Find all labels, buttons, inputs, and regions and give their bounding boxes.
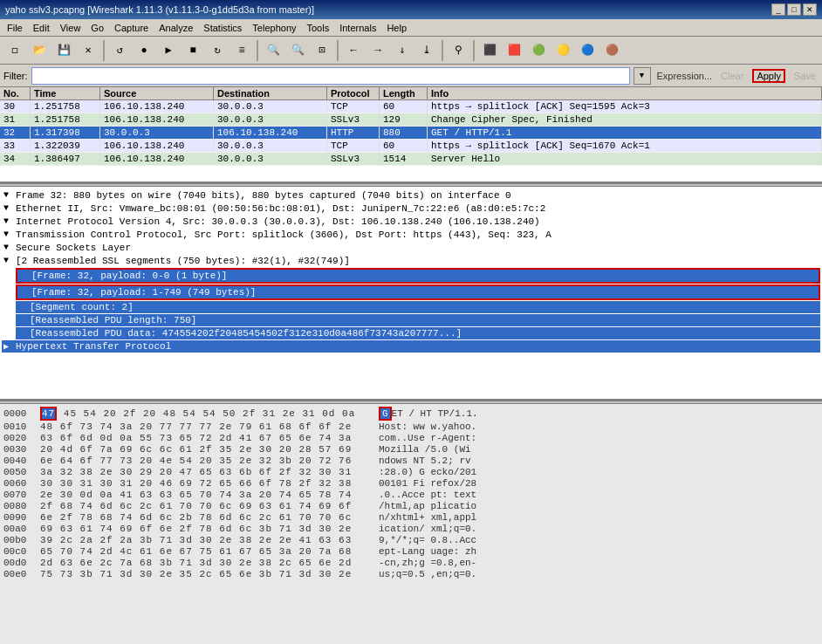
packet-cell: GET / HTTP/1.1 [428, 127, 822, 139]
expander-icon[interactable]: ▶ [3, 341, 14, 352]
main-container: No. Time Source Destination Protocol Len… [0, 87, 822, 644]
hex-ascii: .0..Acce pt: text [379, 490, 819, 500]
clr1-toolbar-btn[interactable]: ⬛ [478, 39, 501, 62]
clear-button[interactable]: Clear [718, 71, 746, 81]
detail-child-item[interactable]: [Frame: 32, payload: 0-0 (1 byte)] [16, 268, 820, 284]
filter-bar: Filter: ▼ Expression... Clear Apply Save [0, 65, 822, 87]
col-header-length: Length [380, 87, 428, 99]
hex-row[interactable]: 00503a 32 38 2e 30 29 20 47 65 63 6b 6f … [3, 467, 819, 477]
detail-section[interactable]: ▶Hypertext Transfer Protocol [2, 340, 820, 353]
open-toolbar-btn[interactable]: 📂 [28, 39, 51, 62]
cap-opts-toolbar-btn[interactable]: ● [133, 39, 155, 62]
menu-item-telephony[interactable]: Telephony [247, 21, 301, 35]
hex-row[interactable]: 00d02d 63 6e 2c 7a 68 3b 71 3d 30 2e 38 … [3, 558, 819, 568]
start-cap-toolbar-btn[interactable]: ▶ [157, 39, 180, 62]
filter-input[interactable] [31, 67, 630, 85]
filter-dropdown-button[interactable]: ▼ [634, 67, 651, 85]
minimize-button[interactable]: _ [771, 3, 785, 16]
clr6-toolbar-btn[interactable]: 🟤 [600, 39, 623, 62]
hex-offset: 0080 [3, 501, 37, 511]
hex-row[interactable]: 001048 6f 73 74 3a 20 77 77 77 2e 79 61 … [3, 421, 819, 432]
maximize-button[interactable]: □ [787, 3, 801, 16]
menu-item-tools[interactable]: Tools [302, 21, 335, 35]
menu-item-go[interactable]: Go [86, 21, 109, 35]
apply-button[interactable]: Apply [750, 71, 788, 81]
detail-child-item[interactable]: [Reassembled PDU length: 750] [16, 314, 820, 326]
stop-cap-toolbar-btn[interactable]: ■ [182, 39, 204, 62]
clr5-toolbar-btn[interactable]: 🔵 [576, 39, 599, 62]
expander-icon[interactable]: ▼ [3, 230, 14, 239]
back-toolbar-btn[interactable]: ← [342, 39, 365, 62]
menu-item-internals[interactable]: Internals [334, 21, 381, 35]
hex-row[interactable]: 003020 4d 6f 7a 69 6c 6c 61 2f 35 2e 30 … [3, 444, 819, 455]
hex-bytes: 2f 68 74 6d 6c 2c 61 70 70 6c 69 63 61 7… [40, 501, 372, 511]
hex-row[interactable]: 00702e 30 0d 0a 41 63 63 65 70 74 3a 20 … [3, 490, 819, 500]
menu-item-help[interactable]: Help [381, 21, 412, 35]
col-header-source: Source [100, 87, 214, 99]
packet-list[interactable]: No. Time Source Destination Protocol Len… [0, 87, 822, 183]
close-button[interactable]: ✕ [803, 3, 817, 16]
fwd-toolbar-btn[interactable]: → [366, 39, 389, 62]
menu-item-capture[interactable]: Capture [109, 21, 154, 35]
hex-row[interactable]: 00b039 2c 2a 2f 2a 3b 71 3d 30 2e 38 2e … [3, 535, 819, 545]
clr3-toolbar-btn[interactable]: 🟢 [527, 39, 550, 62]
menu-item-statistics[interactable]: Statistics [198, 21, 247, 35]
packet-detail[interactable]: ▼Frame 32: 880 bytes on wire (7040 bits)… [0, 187, 822, 401]
hex-row[interactable]: 00906e 2f 78 68 74 6d 6c 2b 78 6d 6c 2c … [3, 512, 819, 523]
scroll-toolbar-btn[interactable]: ⤓ [415, 39, 438, 62]
detail-section[interactable]: ▼[2 Reassembled SSL segments (750 bytes)… [2, 255, 820, 267]
expression-button[interactable]: Expression... [654, 71, 716, 81]
detail-section[interactable]: ▼Secure Sockets Layer [2, 242, 820, 254]
menu-item-edit[interactable]: Edit [28, 21, 55, 35]
detail-section[interactable]: ▼Internet Protocol Version 4, Src: 30.0.… [2, 216, 820, 228]
detail-child-item[interactable]: [Frame: 32, payload: 1-749 (749 bytes)] [16, 284, 820, 300]
hex-row[interactable]: 00406e 64 6f 77 73 20 4e 54 20 35 2e 32 … [3, 456, 819, 466]
detail-section[interactable]: ▼Transmission Control Protocol, Src Port… [2, 229, 820, 241]
hex-row[interactable]: 006030 30 31 30 31 20 46 69 72 65 66 6f … [3, 478, 819, 489]
expander-icon[interactable]: ▼ [3, 243, 14, 252]
packet-cell: 30.0.0.3 [100, 127, 214, 139]
packet-row[interactable]: 311.251758106.10.138.24030.0.0.3SSLv3129… [0, 113, 822, 127]
cap-filter-toolbar-btn[interactable]: ≡ [230, 39, 253, 62]
new-toolbar-btn[interactable]: ◻ [3, 39, 26, 62]
expander-icon[interactable]: ▼ [3, 216, 14, 226]
menu-item-analyze[interactable]: Analyze [154, 21, 198, 35]
packet-cell: 106.10.138.240 [100, 153, 214, 165]
reload-toolbar-btn[interactable]: ↺ [108, 39, 131, 62]
restart-cap-toolbar-btn[interactable]: ↻ [206, 39, 229, 62]
detail-child-item[interactable]: [Segment count: 2] [16, 301, 820, 313]
close-file-toolbar-btn[interactable]: ✕ [77, 39, 99, 62]
save-toolbar-btn[interactable]: 💾 [52, 39, 75, 62]
save-button[interactable]: Save [791, 71, 819, 81]
hex-row[interactable]: 00a069 63 61 74 69 6f 6e 2f 78 6d 6c 3b … [3, 524, 819, 534]
packet-row[interactable]: 321.31739830.0.0.3106.10.138.240HTTP880G… [0, 127, 822, 140]
hex-row[interactable]: 000047 45 54 20 2f 20 48 54 54 50 2f 31 … [3, 407, 819, 421]
menu-item-file[interactable]: File [2, 21, 28, 35]
packet-row[interactable]: 331.322039106.10.138.24030.0.0.3TCP60htt… [0, 140, 822, 153]
packet-cell: 33 [0, 140, 31, 152]
packet-row[interactable]: 301.251758106.10.138.24030.0.0.3TCP60htt… [0, 100, 822, 113]
menu-item-view[interactable]: View [55, 21, 86, 35]
zoom-out-toolbar-btn[interactable]: 🔍 [286, 39, 309, 62]
detail-section[interactable]: ▼Ethernet II, Src: Vmware_bc:08:01 (00:5… [2, 202, 820, 215]
clr4-toolbar-btn[interactable]: 🟡 [551, 39, 574, 62]
detail-child-item[interactable]: [Reassembled PDU data: 474554202f2048545… [16, 327, 820, 339]
expander-icon[interactable]: ▼ [3, 190, 14, 200]
fit-toolbar-btn[interactable]: ⊡ [311, 39, 333, 62]
zoom-in-toolbar-btn[interactable]: 🔍 [262, 39, 284, 62]
child-text: [Frame: 32, payload: 0-0 (1 byte)] [31, 271, 817, 281]
clr2-toolbar-btn[interactable]: 🟥 [503, 39, 525, 62]
detail-section[interactable]: ▼Frame 32: 880 bytes on wire (7040 bits)… [2, 189, 820, 202]
hex-dump[interactable]: 000047 45 54 20 2f 20 48 54 54 50 2f 31 … [0, 404, 822, 644]
hex-row[interactable]: 002063 6f 6d 0d 0a 55 73 65 72 2d 41 67 … [3, 433, 819, 443]
packet-cell: 129 [380, 113, 428, 126]
hex-row[interactable]: 00c065 70 74 2d 4c 61 6e 67 75 61 67 65 … [3, 546, 819, 557]
hex-offset: 00a0 [3, 524, 37, 534]
goto-toolbar-btn[interactable]: ⇓ [391, 39, 414, 62]
hex-row[interactable]: 00e075 73 3b 71 3d 30 2e 35 2c 65 6e 3b … [3, 569, 819, 579]
find-toolbar-btn[interactable]: ⚲ [447, 39, 469, 62]
expander-icon[interactable]: ▼ [3, 203, 14, 213]
expander-icon[interactable]: ▼ [3, 256, 14, 265]
packet-row[interactable]: 341.386497106.10.138.24030.0.0.3SSLv3151… [0, 153, 822, 166]
hex-row[interactable]: 00802f 68 74 6d 6c 2c 61 70 70 6c 69 63 … [3, 501, 819, 511]
